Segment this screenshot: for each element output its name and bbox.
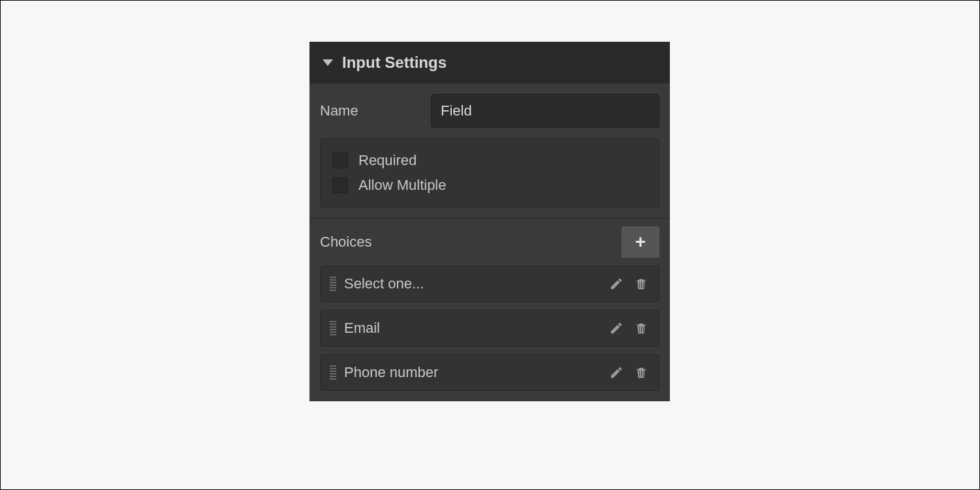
choices-list: Select one...EmailPhone number	[309, 266, 670, 401]
edit-choice-button[interactable]	[608, 320, 625, 337]
drag-handle-icon[interactable]	[330, 277, 336, 291]
name-section: Name Required Allow Multiple	[309, 84, 670, 219]
allow-multiple-row[interactable]: Allow Multiple	[332, 173, 647, 198]
pencil-icon	[609, 365, 624, 380]
choices-section: Choices + Select one...EmailPhone number	[309, 219, 670, 401]
trash-icon	[634, 321, 648, 335]
choice-item[interactable]: Select one...	[320, 266, 659, 302]
choice-label: Phone number	[344, 364, 600, 381]
delete-choice-button[interactable]	[633, 364, 650, 381]
choice-item[interactable]: Email	[320, 310, 659, 346]
allow-multiple-label: Allow Multiple	[358, 177, 447, 194]
panel-title: Input Settings	[342, 54, 447, 72]
name-label: Name	[320, 102, 418, 119]
delete-choice-button[interactable]	[633, 320, 650, 337]
choice-label: Select one...	[344, 275, 600, 292]
name-input[interactable]	[431, 94, 659, 128]
trash-icon	[634, 277, 648, 291]
chevron-down-icon	[323, 59, 333, 66]
input-settings-panel: Input Settings Name Required Allow Multi…	[309, 42, 670, 401]
add-choice-button[interactable]: +	[622, 226, 659, 258]
edit-choice-button[interactable]	[608, 364, 625, 381]
drag-handle-icon[interactable]	[330, 365, 336, 380]
choice-label: Email	[344, 320, 600, 337]
choice-item[interactable]: Phone number	[320, 354, 659, 391]
pencil-icon	[609, 321, 624, 335]
panel-header[interactable]: Input Settings	[309, 42, 670, 84]
name-row: Name	[320, 94, 659, 128]
pencil-icon	[609, 277, 624, 291]
allow-multiple-checkbox[interactable]	[332, 177, 348, 193]
required-checkbox[interactable]	[332, 153, 348, 168]
required-label: Required	[358, 152, 417, 169]
required-row[interactable]: Required	[332, 148, 647, 173]
delete-choice-button[interactable]	[633, 275, 650, 292]
options-box: Required Allow Multiple	[320, 138, 659, 207]
choices-title: Choices	[320, 234, 371, 251]
edit-choice-button[interactable]	[608, 275, 625, 292]
trash-icon	[634, 365, 648, 380]
drag-handle-icon[interactable]	[330, 321, 336, 335]
choices-header: Choices +	[309, 219, 670, 266]
plus-icon: +	[635, 232, 646, 253]
